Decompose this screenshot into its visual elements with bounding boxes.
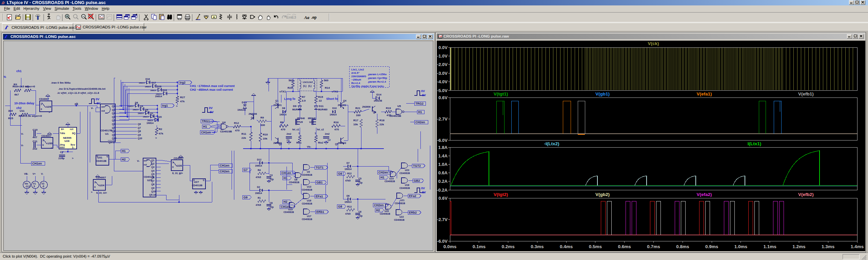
svg-text:MUR460: MUR460 xyxy=(292,108,302,111)
svg-text:V(efa2): V(efa2) xyxy=(696,192,712,197)
svg-text:47k: 47k xyxy=(180,100,185,103)
svg-text:H1: H1 xyxy=(122,149,126,153)
svg-text:Q3: Q3 xyxy=(112,112,115,115)
svg-text:Rc=2.4: Rc=2.4 xyxy=(351,82,360,85)
svg-text:Q5-10: Q5-10 xyxy=(108,141,115,144)
svg-text:0V: 0V xyxy=(421,89,425,93)
svg-text:Q6: Q6 xyxy=(138,123,141,126)
svg-text:TGT1: TGT1 xyxy=(316,166,323,169)
svg-text:U18: U18 xyxy=(405,184,409,186)
svg-text:1.0A: 1.0A xyxy=(438,162,448,167)
svg-text:CH2en: CH2en xyxy=(378,171,388,174)
svg-text:V(efb1): V(efb1) xyxy=(798,91,814,96)
svg-text:1: 1 xyxy=(315,132,316,134)
svg-text:R19: R19 xyxy=(386,107,391,110)
svg-text:Q6: Q6 xyxy=(373,111,376,114)
svg-text:>: > xyxy=(91,191,93,194)
svg-text:D1: D1 xyxy=(150,112,153,114)
svg-text:.ic v(fet_c1)=-11.9 v(fet_c2)=: .ic v(fet_c1)=-11.9 v(fet_c2)=-11.8 xyxy=(57,91,99,94)
svg-text:%: % xyxy=(4,75,6,79)
svg-text:22k: 22k xyxy=(379,123,384,126)
svg-text:CD4013B: CD4013B xyxy=(192,184,202,187)
svg-text:2n2: 2n2 xyxy=(33,147,37,150)
svg-text:D: D xyxy=(97,155,98,157)
svg-text:2N4401: 2N4401 xyxy=(273,104,282,106)
svg-text:C7: C7 xyxy=(60,151,64,154)
svg-text:Q9: Q9 xyxy=(151,187,154,190)
svg-text:Q5: Q5 xyxy=(112,119,115,122)
svg-text:.tran 0 5m 500u: .tran 0 5m 500u xyxy=(51,81,71,84)
svg-text:U14: U14 xyxy=(389,177,394,180)
svg-text:Q6: Q6 xyxy=(112,123,115,126)
svg-text:V+: V+ xyxy=(33,173,36,175)
svg-text:0V: 0V xyxy=(96,98,99,101)
svg-text:R1: R1 xyxy=(258,197,261,199)
svg-text:Vb-: Vb- xyxy=(307,145,311,148)
svg-text:470: 470 xyxy=(334,128,339,131)
svg-text:R10: R10 xyxy=(263,133,268,136)
svg-text:0V: 0V xyxy=(421,187,425,190)
svg-text:0: 0 xyxy=(94,186,96,188)
svg-text:trg2: trg2 xyxy=(180,81,185,84)
svg-text:.param Rc=2.4: .param Rc=2.4 xyxy=(368,80,386,83)
svg-text:R15: R15 xyxy=(318,95,323,99)
svg-text:U22: U22 xyxy=(399,216,404,218)
svg-text:U11: U11 xyxy=(20,109,25,112)
svg-text:CH1en: CH1en xyxy=(220,164,230,167)
svg-text:0.9ms: 0.9ms xyxy=(705,244,718,249)
svg-text:CD4081B: CD4081B xyxy=(289,181,299,183)
svg-text:-2.7V: -2.7V xyxy=(437,116,448,122)
svg-text:R21: R21 xyxy=(355,107,360,110)
svg-text:Q1: Q1 xyxy=(151,159,154,162)
svg-text:1N914: 1N914 xyxy=(330,113,337,116)
svg-text:1N914: 1N914 xyxy=(344,201,352,203)
svg-text:0.8ms: 0.8ms xyxy=(676,244,689,249)
svg-text:Q7: Q7 xyxy=(151,180,154,182)
svg-text:U23: U23 xyxy=(405,169,409,171)
svg-text:Cp=50p -maybe if your lucky-: Cp=50p -maybe if your lucky- xyxy=(351,85,384,88)
svg-text:12p: 12p xyxy=(270,206,274,209)
svg-text:0.7ms: 0.7ms xyxy=(647,244,660,249)
svg-text:12p: 12p xyxy=(358,181,362,184)
svg-text:2m2: 2m2 xyxy=(287,133,291,135)
svg-text:0: 0 xyxy=(41,108,42,110)
svg-text:Q4: Q4 xyxy=(151,170,154,172)
svg-text:CH1en: CH1en xyxy=(281,171,291,175)
svg-text:Q8: Q8 xyxy=(251,116,254,119)
svg-text:Q8: Q8 xyxy=(138,130,141,133)
svg-text:10k: 10k xyxy=(263,137,268,140)
svg-text:U13: U13 xyxy=(307,186,311,188)
svg-text:Vin: Vin xyxy=(24,182,28,185)
svg-text:U15: U15 xyxy=(288,208,293,211)
svg-text:VB-: VB- xyxy=(24,173,28,175)
svg-text:CH2en: CH2en xyxy=(415,121,425,124)
svg-text:vTX1: vTX1 xyxy=(279,90,286,93)
svg-text:~250uH: ~250uH xyxy=(351,78,361,81)
svg-text:1N914: 1N914 xyxy=(155,95,162,98)
svg-text:-5V: -5V xyxy=(421,191,426,194)
svg-text:4n7: 4n7 xyxy=(33,136,37,139)
svg-text:1.4A: 1.4A xyxy=(438,153,448,158)
svg-text:Q9: Q9 xyxy=(112,134,115,136)
svg-text:V(efa1): V(efa1) xyxy=(696,91,712,96)
svg-text:Q: Q xyxy=(203,179,204,181)
svg-text:R22: R22 xyxy=(347,172,352,175)
svg-text:IRF640: IRF640 xyxy=(308,117,316,120)
svg-text:Q1: Q1 xyxy=(275,100,278,102)
svg-text:C6: C6 xyxy=(358,211,361,213)
svg-text:G9: G9 xyxy=(243,196,248,199)
svg-text:U8: U8 xyxy=(294,178,297,181)
svg-text:D: D xyxy=(193,179,195,181)
svg-text:47k5: 47k5 xyxy=(345,179,351,182)
svg-text:8, 10, 13>: 8, 10, 13> xyxy=(96,192,107,194)
svg-text:4k7: 4k7 xyxy=(14,93,19,96)
svg-text:R25: R25 xyxy=(8,117,13,120)
svg-text:220p: 220p xyxy=(58,157,64,160)
svg-text:0: 0 xyxy=(42,144,44,146)
svg-text:CD4007: CD4007 xyxy=(96,176,106,179)
svg-text:GB2: GB2 xyxy=(414,179,420,182)
svg-text:CD4017B: CD4017B xyxy=(100,129,112,132)
svg-text:CD4081B: CD4081B xyxy=(283,211,294,213)
svg-text:U2: U2 xyxy=(25,85,29,88)
svg-text:8, 10, 13>: 8, 10, 13> xyxy=(172,172,183,175)
